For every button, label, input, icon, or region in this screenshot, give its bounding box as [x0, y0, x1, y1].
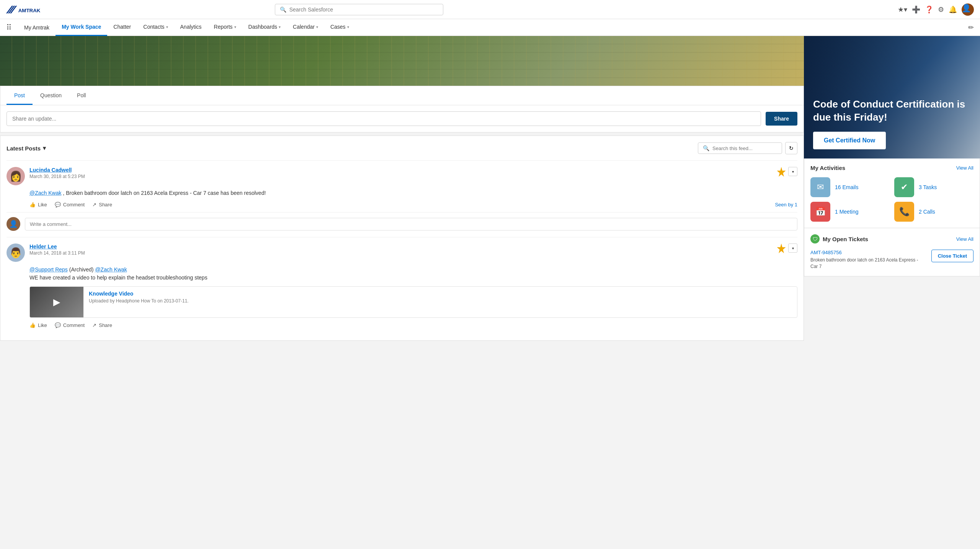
like-button[interactable]: 👍 Like: [29, 202, 47, 208]
nav-item-dashboards[interactable]: Dashboards ▾: [242, 19, 287, 36]
post-text-helder: WE have created a video to help explain …: [29, 274, 207, 281]
svg-text:AMTRAK: AMTRAK: [18, 7, 41, 13]
comment-label: Comment: [63, 202, 85, 208]
post-dropdown-button[interactable]: ▾: [788, 167, 797, 176]
ticket-id-link[interactable]: AMT-9485756: [810, 250, 927, 255]
ticket-description: Broken bathroom door latch on 2163 Acela…: [810, 257, 927, 270]
avatar[interactable]: 👤: [962, 3, 974, 16]
video-title[interactable]: Knowledge Video: [89, 291, 189, 297]
get-certified-button[interactable]: Get Certified Now: [813, 132, 886, 149]
favorites-button[interactable]: ★▾: [898, 5, 907, 14]
nav-item-chatter[interactable]: Chatter: [107, 19, 137, 36]
post-tabs: Post Question Poll: [0, 86, 804, 105]
activities-title: My Activities: [810, 165, 845, 171]
nav-item-reports[interactable]: Reports ▾: [208, 19, 242, 36]
edit-nav-icon[interactable]: ✏: [968, 23, 974, 32]
nav-item-analytics[interactable]: Analytics: [174, 19, 208, 36]
tickets-view-all[interactable]: View All: [956, 236, 973, 242]
post-item: 👩 Lucinda Cadwell March 30, 2018 at 5:23…: [7, 160, 797, 237]
tasks-icon: ✔: [894, 177, 914, 197]
comment-button-2[interactable]: 💬 Comment: [55, 322, 85, 328]
tickets-panel: 🛡 My Open Tickets View All AMT-9485756 B…: [804, 228, 980, 276]
bookmark-star-2-icon[interactable]: [777, 243, 786, 254]
post-input[interactable]: [7, 111, 761, 126]
grid-icon[interactable]: ⠿: [6, 23, 12, 32]
close-ticket-button[interactable]: Close Ticket: [931, 250, 973, 262]
post-author-lucinda[interactable]: Lucinda Cadwell: [29, 167, 797, 173]
activities-panel-header: My Activities View All: [810, 165, 973, 171]
post-text: , Broken bathroom door latch on 2163 Ace…: [63, 190, 266, 196]
post-avatar-lucinda: 👩: [7, 167, 25, 185]
notifications-button[interactable]: 🔔: [949, 5, 957, 14]
cert-title: Code of Conduct Certification is due thi…: [813, 98, 971, 124]
nav-item-calendar[interactable]: Calendar ▾: [287, 19, 324, 36]
post-item-2: 👨 Helder Lee March 14, 2018 at 3:11 PM ▾…: [7, 237, 797, 334]
tab-poll[interactable]: Poll: [69, 86, 93, 105]
hero-banner: [0, 36, 804, 86]
tab-post[interactable]: Post: [7, 86, 33, 105]
emails-link[interactable]: 16 Emails: [835, 184, 858, 190]
mention-zach-2[interactable]: @Zach Kwak: [95, 266, 127, 273]
search-input[interactable]: [289, 7, 438, 13]
post-actions: 👍 Like 💬 Comment ↗ Share Seen by 1: [29, 202, 797, 208]
help-button[interactable]: ❓: [925, 5, 933, 14]
share-label: Share: [99, 202, 112, 208]
my-amtrak-label[interactable]: My Amtrak: [18, 25, 56, 31]
post-box: Post Question Poll Share: [0, 86, 804, 132]
refresh-button[interactable]: ↻: [785, 142, 797, 154]
calendar-chevron-icon: ▾: [316, 25, 318, 29]
share-button[interactable]: Share: [766, 112, 797, 126]
post-author-helder[interactable]: Helder Lee: [29, 243, 797, 250]
feed-header: Latest Posts ▾ 🔍 ↻: [7, 142, 797, 154]
like-2-label: Like: [38, 322, 47, 328]
mention-zach[interactable]: @Zach Kwak: [29, 190, 61, 196]
cases-chevron-icon: ▾: [347, 25, 349, 29]
settings-button[interactable]: ⚙: [938, 5, 944, 14]
seen-by[interactable]: Seen by 1: [775, 202, 797, 208]
feed-search-input[interactable]: [712, 145, 777, 151]
tasks-link[interactable]: 3 Tasks: [919, 184, 937, 190]
post-dropdown-button-2[interactable]: ▾: [788, 243, 797, 253]
comment-button[interactable]: 💬 Comment: [55, 202, 85, 208]
calls-link[interactable]: 2 Calls: [919, 209, 935, 215]
ticket-item: AMT-9485756 Broken bathroom door latch o…: [810, 250, 973, 270]
like-button-2[interactable]: 👍 Like: [29, 322, 47, 328]
activities-panel: My Activities View All ✉ 16 Emails ✔ 3 T…: [804, 158, 980, 228]
share-post-button-2[interactable]: ↗ Share: [92, 322, 112, 328]
mention-support-reps[interactable]: @Support Reps: [29, 266, 68, 273]
share-post-button[interactable]: ↗ Share: [92, 202, 112, 208]
nav-item-my-work-space[interactable]: My Work Space: [56, 19, 107, 36]
activities-view-all[interactable]: View All: [956, 165, 973, 171]
post-meta-2: Helder Lee March 14, 2018 at 3:11 PM: [29, 243, 797, 256]
nav-icons: ★▾ ➕ ❓ ⚙ 🔔 👤: [898, 3, 974, 16]
add-button[interactable]: ➕: [912, 5, 920, 14]
post-meta: Lucinda Cadwell March 30, 2018 at 5:23 P…: [29, 167, 797, 179]
activity-tasks: ✔ 3 Tasks: [894, 177, 973, 197]
cert-banner: Code of Conduct Certification is due thi…: [804, 36, 980, 158]
comment-icon: 💬: [55, 202, 61, 208]
bookmark-star-icon[interactable]: [777, 167, 786, 178]
activity-meeting: 📅 1 Meeting: [810, 202, 890, 222]
nav-item-cases[interactable]: Cases ▾: [324, 19, 355, 36]
activities-grid: ✉ 16 Emails ✔ 3 Tasks 📅 1 Meeting 📞 2 Ca…: [810, 177, 973, 222]
top-nav: AMTRAK 🔍 ★▾ ➕ ❓ ⚙ 🔔 👤: [0, 0, 980, 19]
share-2-label: Share: [99, 322, 112, 328]
feed-search-bar[interactable]: 🔍: [698, 142, 782, 154]
comment-2-label: Comment: [63, 322, 85, 328]
video-card: ▶ Knowledge Video Uploaded by Headphone …: [29, 286, 797, 318]
search-icon: 🔍: [280, 7, 286, 13]
tab-question[interactable]: Question: [33, 86, 69, 105]
meeting-link[interactable]: 1 Meeting: [835, 209, 858, 215]
comment-2-icon: 💬: [55, 322, 61, 328]
amtrak-logo-icon: AMTRAK: [6, 4, 44, 15]
nav-item-contacts[interactable]: Contacts ▾: [137, 19, 174, 36]
latest-posts-dropdown[interactable]: Latest Posts ▾: [7, 145, 46, 152]
tickets-panel-header: 🛡 My Open Tickets View All: [810, 234, 973, 243]
search-bar[interactable]: 🔍: [275, 4, 443, 15]
latest-posts-label: Latest Posts: [7, 145, 41, 152]
comment-input[interactable]: [25, 218, 797, 230]
main-layout: Post Question Poll Share Latest Posts ▾ …: [0, 36, 980, 341]
video-thumbnail: ▶: [30, 287, 83, 317]
feed-search-icon: 🔍: [703, 145, 709, 151]
share-2-icon: ↗: [92, 322, 96, 328]
